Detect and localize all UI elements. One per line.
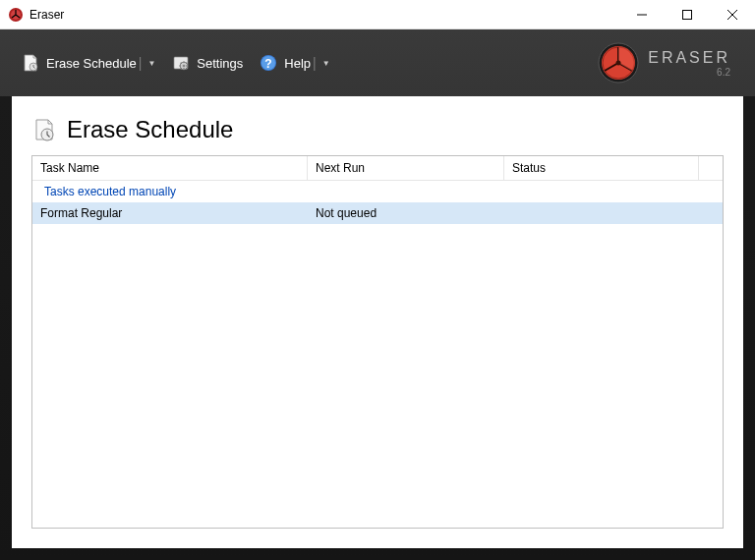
document-icon — [21, 53, 40, 73]
chevron-down-icon: ▼ — [322, 59, 330, 68]
content-header: Erase Schedule — [31, 116, 724, 143]
window-titlebar: Eraser — [0, 0, 755, 29]
schedule-table: Task Name Next Run Status Tasks executed… — [31, 155, 724, 529]
svg-point-9 — [183, 65, 186, 68]
window-title: Eraser — [29, 8, 619, 22]
svg-text:?: ? — [265, 57, 272, 71]
app-logo: ERASER 6.2 — [597, 41, 740, 84]
logo-name: ERASER — [648, 49, 730, 67]
settings-label: Settings — [197, 56, 243, 71]
svg-rect-3 — [683, 10, 692, 19]
toolbar: Erase Schedule | ▼ Settings ? Help | ▼ — [0, 29, 755, 96]
maximize-button[interactable] — [665, 0, 710, 29]
gear-icon — [171, 53, 191, 73]
column-status[interactable]: Status — [504, 156, 699, 180]
content-wrap: Erase Schedule Task Name Next Run Status… — [0, 96, 755, 560]
separator: | — [313, 55, 317, 71]
settings-button[interactable]: Settings — [165, 49, 249, 77]
window-controls — [619, 0, 755, 29]
cell-next-run: Not queued — [308, 202, 504, 224]
minimize-button[interactable] — [619, 0, 665, 29]
app-icon — [8, 7, 24, 23]
page-title: Erase Schedule — [67, 116, 233, 143]
toolbar-left: Erase Schedule | ▼ Settings ? Help | ▼ — [15, 49, 336, 77]
maximize-icon — [682, 10, 692, 20]
chevron-down-icon: ▼ — [147, 59, 155, 68]
logo-text: ERASER 6.2 — [648, 49, 730, 78]
svg-point-16 — [616, 61, 621, 66]
erase-schedule-label: Erase Schedule — [46, 56, 137, 71]
logo-version: 6.2 — [648, 67, 730, 78]
help-button[interactable]: ? Help | ▼ — [253, 49, 335, 77]
column-spacer — [699, 156, 723, 180]
cell-task-name: Format Regular — [32, 202, 308, 224]
column-next-run[interactable]: Next Run — [308, 156, 504, 180]
separator: | — [139, 55, 143, 71]
cell-status — [504, 202, 723, 224]
column-task-name[interactable]: Task Name — [32, 156, 308, 180]
table-header: Task Name Next Run Status — [32, 156, 723, 181]
app-chrome: Erase Schedule | ▼ Settings ? Help | ▼ — [0, 29, 755, 560]
help-label: Help — [284, 56, 311, 71]
table-row[interactable]: Format Regular Not queued — [32, 202, 723, 224]
main-content: Erase Schedule Task Name Next Run Status… — [12, 96, 743, 548]
table-group-label[interactable]: Tasks executed manually — [32, 181, 723, 202]
close-button[interactable] — [710, 0, 755, 29]
help-icon: ? — [259, 53, 278, 73]
eraser-logo-icon — [597, 41, 640, 84]
erase-schedule-button[interactable]: Erase Schedule | ▼ — [15, 49, 161, 77]
close-icon — [727, 10, 737, 20]
minimize-icon — [637, 10, 647, 20]
schedule-icon — [31, 117, 57, 142]
